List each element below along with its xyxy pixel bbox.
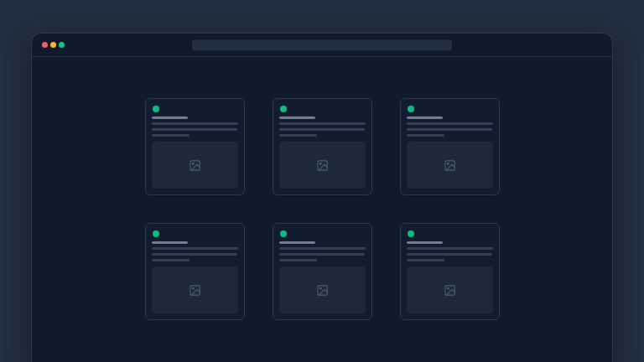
skeleton-text-line (407, 253, 492, 256)
image-icon (444, 284, 456, 297)
image-icon (444, 159, 456, 172)
status-dot (408, 106, 414, 112)
skeleton-text-line (279, 122, 366, 125)
skeleton-title-bar (407, 116, 443, 119)
card[interactable] (273, 98, 372, 195)
skeleton-text-line-short (279, 134, 317, 137)
image-icon (316, 159, 329, 172)
skeleton-title-bar (279, 241, 315, 244)
page-content (32, 57, 612, 320)
card[interactable] (400, 98, 500, 195)
skeleton-title-bar (152, 116, 188, 119)
skeleton-title-bar (407, 241, 443, 244)
card[interactable] (145, 98, 245, 195)
skeleton-text-line (152, 253, 237, 256)
skeleton-text-line (407, 128, 492, 131)
status-dot (408, 230, 414, 237)
skeleton-text-line (279, 253, 365, 256)
minimize-window-button[interactable] (50, 42, 56, 48)
skeleton-text-line (152, 122, 238, 125)
status-dot (153, 230, 159, 237)
image-placeholder (407, 266, 493, 313)
skeleton-text-line-short (279, 259, 317, 261)
url-bar[interactable] (192, 39, 452, 50)
skeleton-text-line (279, 247, 366, 250)
card-grid (32, 98, 612, 320)
status-dot (153, 106, 159, 112)
status-dot (280, 230, 287, 237)
image-icon (189, 284, 201, 297)
desktop-background (0, 0, 644, 362)
image-placeholder (152, 142, 238, 189)
skeleton-text-line-short (152, 259, 190, 261)
skeleton-title-bar (279, 116, 315, 119)
browser-titlebar (32, 34, 612, 57)
image-placeholder (407, 142, 493, 189)
skeleton-text-line-short (407, 134, 444, 137)
window-controls (42, 42, 65, 48)
browser-window (31, 33, 613, 362)
skeleton-text-line (407, 247, 493, 250)
zoom-window-button[interactable] (59, 42, 65, 48)
skeleton-text-line (279, 128, 365, 131)
skeleton-text-line (152, 247, 238, 250)
skeleton-text-line (152, 128, 237, 131)
close-window-button[interactable] (42, 42, 48, 48)
skeleton-text-line-short (152, 134, 190, 137)
card[interactable] (273, 223, 372, 320)
skeleton-text-line-short (407, 259, 444, 261)
image-placeholder (279, 142, 366, 189)
skeleton-text-line (407, 122, 493, 125)
card[interactable] (400, 223, 500, 320)
status-dot (280, 106, 287, 112)
image-placeholder (279, 266, 366, 313)
skeleton-title-bar (152, 241, 188, 244)
image-icon (189, 159, 201, 172)
image-placeholder (152, 266, 238, 313)
image-icon (316, 284, 329, 297)
card[interactable] (145, 223, 245, 320)
